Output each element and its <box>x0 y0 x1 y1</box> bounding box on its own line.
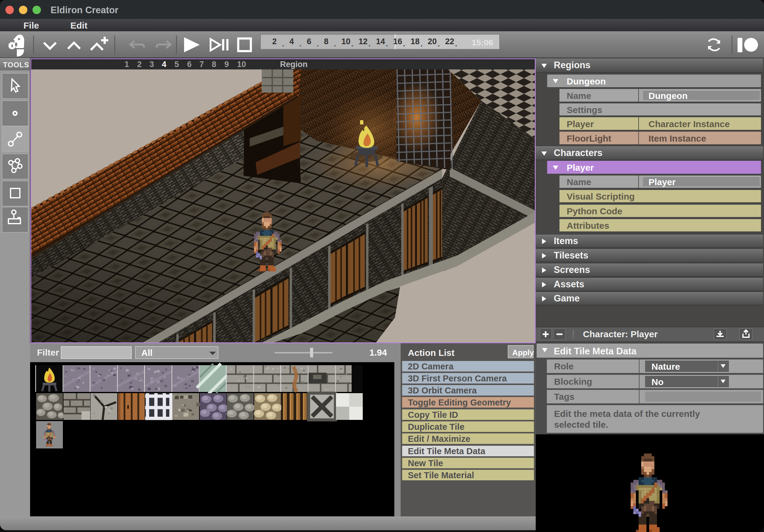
svg-text:10: 10 <box>237 60 246 69</box>
svg-text:2: 2 <box>137 60 142 69</box>
svg-text:4: 4 <box>162 60 166 69</box>
svg-text:5: 5 <box>174 60 179 69</box>
svg-text:Region: Region <box>280 60 308 69</box>
svg-text:7: 7 <box>199 60 204 69</box>
svg-text:3: 3 <box>149 60 154 69</box>
svg-text:8: 8 <box>212 60 216 69</box>
svg-text:9: 9 <box>224 60 229 69</box>
svg-text:1: 1 <box>124 60 129 69</box>
svg-text:6: 6 <box>187 60 192 69</box>
